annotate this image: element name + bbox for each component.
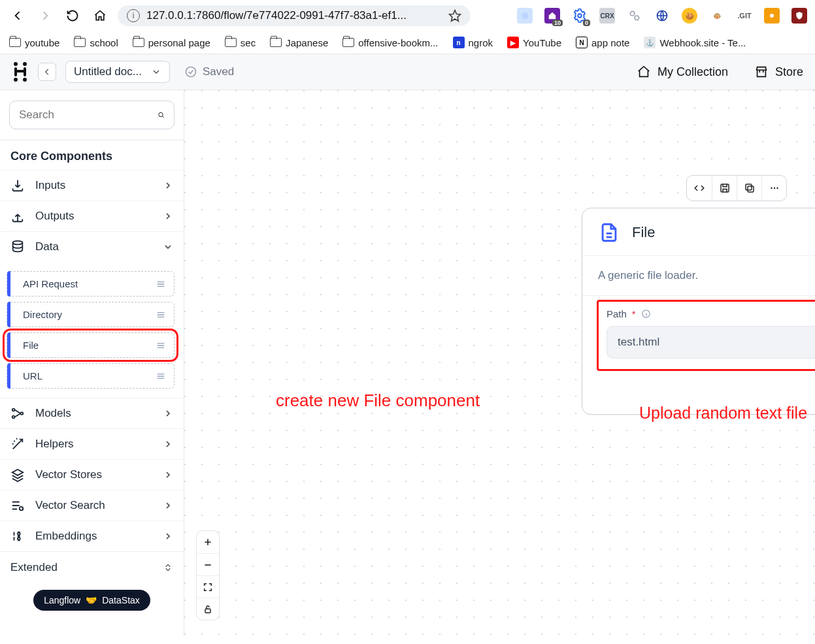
bookmark-item[interactable]: Japanese [270,37,328,48]
bookmark-star-icon[interactable] [448,9,461,22]
extension-cookie-icon[interactable]: 🍪 [682,8,697,24]
svg-rect-13 [17,70,24,72]
extension-sun-icon[interactable] [764,8,780,24]
nav-home-icon[interactable] [93,8,107,23]
nav-my-collection[interactable]: My Collection [637,65,728,79]
search-input[interactable] [19,108,158,121]
extension-links-icon[interactable] [627,8,642,24]
url-bar[interactable]: i 127.0.0.1:7860/flow/7e774022-0991-47f7… [118,5,471,26]
path-input[interactable]: test.html [607,326,815,359]
extensions-row: 10 0 CRX 🍪 🐵 .GIT [517,8,807,24]
sidebar-category-data[interactable]: Data [0,231,184,262]
bookmark-item[interactable]: school [74,37,118,48]
nav-store[interactable]: Store [754,65,803,79]
svg-point-4 [635,16,639,20]
sidebar-category-vstores[interactable]: Vector Stores [0,459,184,490]
bookmark-item[interactable]: personal page [133,37,210,48]
svg-point-11 [14,78,18,82]
bookmark-item[interactable]: nngrok [453,37,493,48]
app-back-button[interactable] [38,63,56,81]
sidebar-category-vsearch[interactable]: Vector Search [0,490,184,521]
zoom-lock-button[interactable] [197,598,219,620]
layers-icon [10,468,25,482]
folder-icon [342,38,354,47]
svg-point-6 [770,14,774,18]
bookmark-item[interactable]: sec [225,37,256,48]
extension-house-badge: 10 [552,20,563,26]
nav-forward-icon[interactable] [38,8,52,23]
svg-point-22 [18,538,20,540]
home-icon [637,65,651,79]
extension-circle-icon[interactable] [517,8,533,24]
chevron-right-icon [163,211,173,221]
svg-rect-9 [14,67,17,76]
component-url[interactable]: URL [7,363,175,389]
chevron-right-icon [163,439,173,449]
flow-canvas[interactable]: File A generic file loader. Path * [184,90,815,636]
zoom-out-button[interactable] [197,553,219,575]
svg-point-21 [18,533,20,536]
sidebar-category-helpers[interactable]: Helpers [0,428,184,459]
svg-point-12 [23,78,27,82]
model-icon [10,406,25,421]
extension-git-icon[interactable]: .GIT [737,8,752,24]
footer-pill[interactable]: Langflow 🤝 DataStax [33,590,150,611]
sidebar-extended[interactable]: Extended [0,551,184,583]
bookmarks-bar: youtubeschoolpersonal pagesecJapaneseoff… [0,31,815,54]
node-toolbar [686,175,787,201]
saved-indicator: Saved [184,65,234,78]
bookmark-item[interactable]: ▶YouTube [507,37,561,48]
bookmark-item[interactable]: youtube [9,37,59,48]
svg-point-17 [12,409,15,411]
svg-point-16 [13,241,23,245]
extension-shield-icon[interactable] [791,8,807,24]
bookmark-item[interactable]: offensive-bookm... [342,37,438,48]
chevron-right-icon [163,500,173,511]
sidebar-category-outputs[interactable]: Outputs [0,201,184,231]
svg-point-15 [159,112,163,116]
chevron-down-icon [151,67,161,77]
sidebar-category-models[interactable]: Models [0,398,184,428]
sidebar-search[interactable] [9,101,175,129]
bookmark-item[interactable]: ⚓Webhook.site - Te... [644,37,746,48]
info-icon[interactable] [641,309,651,319]
extension-monkey-icon[interactable]: 🐵 [709,8,725,24]
zoom-fit-button[interactable] [197,575,219,598]
svg-point-8 [23,62,27,66]
zoom-in-button[interactable] [197,531,219,553]
chevron-down-icon [163,242,173,252]
toolbar-save-icon[interactable] [712,176,737,201]
nav-back-icon[interactable] [10,8,25,23]
nav-reload-icon[interactable] [65,8,80,23]
component-directory[interactable]: Directory [7,302,175,327]
folder-icon [74,38,86,47]
component-file[interactable]: File [7,332,175,358]
chevron-right-icon [163,531,173,541]
doc-title-dropdown[interactable]: Untitled doc... [65,61,170,83]
svg-point-1 [522,12,529,20]
extension-crx-icon[interactable]: CRX [599,8,615,24]
favicon-icon: ▶ [507,37,519,48]
toolbar-code-icon[interactable] [687,176,712,201]
sidebar-category-embed[interactable]: Embeddings [0,521,184,551]
component-api-request[interactable]: API Request [7,271,175,297]
wand-icon [10,437,25,451]
favicon-icon: n [453,37,465,48]
extension-globe-icon[interactable] [654,8,670,24]
site-info-icon[interactable]: i [127,9,140,22]
core-components-header: Core Components [0,140,184,170]
toolbar-more-icon[interactable] [761,176,786,201]
bookmark-item[interactable]: Napp note [576,37,629,48]
download-icon [10,178,25,193]
path-label: Path [607,308,627,319]
svg-rect-10 [24,67,26,76]
file-node[interactable]: File A generic file loader. Path * [582,208,815,415]
toolbar-copy-icon[interactable] [737,176,761,201]
sidebar-category-inputs[interactable]: Inputs [0,170,184,201]
sort-icon [163,562,173,573]
extension-gear-icon[interactable]: 0 [572,8,588,24]
node-title: File [632,224,655,241]
url-text: 127.0.0.1:7860/flow/7e774022-0991-47f7-8… [146,9,442,22]
svg-rect-24 [748,186,754,192]
extension-house-icon[interactable]: 10 [544,8,560,24]
